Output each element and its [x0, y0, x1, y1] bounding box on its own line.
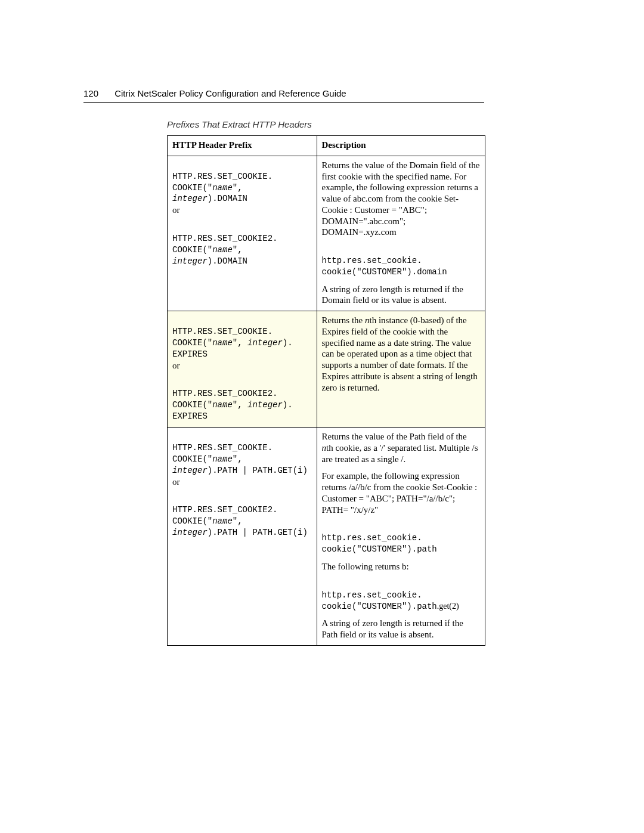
table-row: HTTP.RES.SET_COOKIE. COOKIE("name", inte… — [168, 311, 485, 428]
desc-paragraph: Returns the value of the Domain field of… — [322, 160, 481, 238]
or-separator: or — [172, 205, 312, 216]
code-block: HTTP.RES.SET_COOKIE2. COOKIE("name", int… — [172, 377, 312, 422]
cell-description: Returns the value of the Path field of t… — [317, 428, 485, 646]
desc-paragraph: A string of zero length is returned if t… — [322, 618, 481, 640]
code-block: HTTP.RES.SET_COOKIE2. COOKIE("name", int… — [172, 222, 312, 267]
code-block: http.res.set_cookie. cookie("CUSTOMER").… — [322, 578, 481, 612]
col-header-description: Description — [317, 136, 485, 156]
desc-paragraph: Returns the value of the Path field of t… — [322, 431, 481, 465]
or-separator: or — [172, 360, 312, 371]
cell-prefix: HTTP.RES.SET_COOKIE. COOKIE("name", inte… — [168, 311, 317, 428]
cell-description: Returns the nth instance (0-based) of th… — [317, 311, 485, 428]
desc-paragraph: A string of zero length is returned if t… — [322, 284, 481, 306]
desc-paragraph: For example, the following expression re… — [322, 470, 481, 515]
or-separator: or — [172, 476, 312, 488]
page-number: 120 — [83, 88, 112, 98]
cell-prefix: HTTP.RES.SET_COOKIE. COOKIE("name", inte… — [168, 156, 317, 311]
cell-description: Returns the value of the Domain field of… — [317, 156, 485, 311]
code-block: http.res.set_cookie. cookie("CUSTOMER").… — [322, 244, 481, 278]
code-block: http.res.set_cookie. cookie("CUSTOMER").… — [322, 521, 481, 555]
desc-paragraph: Returns the nth instance (0-based) of th… — [322, 315, 481, 393]
table-header-row: HTTP Header Prefix Description — [168, 136, 485, 156]
table-row: HTTP.RES.SET_COOKIE. COOKIE("name", inte… — [168, 428, 485, 646]
cell-prefix: HTTP.RES.SET_COOKIE. COOKIE("name", inte… — [168, 428, 317, 646]
code-block: HTTP.RES.SET_COOKIE. COOKIE("name", inte… — [172, 315, 312, 360]
content-block: Prefixes That Extract HTTP Headers HTTP … — [167, 119, 485, 646]
col-header-prefix: HTTP Header Prefix — [168, 136, 317, 156]
code-block: HTTP.RES.SET_COOKIE2. COOKIE("name", int… — [172, 493, 312, 538]
code-block: HTTP.RES.SET_COOKIE. COOKIE("name", inte… — [172, 160, 312, 205]
doc-title: Citrix NetScaler Policy Configuration an… — [114, 88, 346, 98]
running-header: 120 Citrix NetScaler Policy Configuratio… — [83, 88, 484, 103]
page: 120 Citrix NetScaler Policy Configuratio… — [0, 0, 644, 833]
table-row: HTTP.RES.SET_COOKIE. COOKIE("name", inte… — [168, 156, 485, 311]
table-caption: Prefixes That Extract HTTP Headers — [167, 119, 485, 129]
desc-paragraph: The following returns b: — [322, 561, 481, 572]
prefix-table: HTTP Header Prefix Description HTTP.RES.… — [167, 135, 485, 646]
code-block: HTTP.RES.SET_COOKIE. COOKIE("name", inte… — [172, 431, 312, 476]
